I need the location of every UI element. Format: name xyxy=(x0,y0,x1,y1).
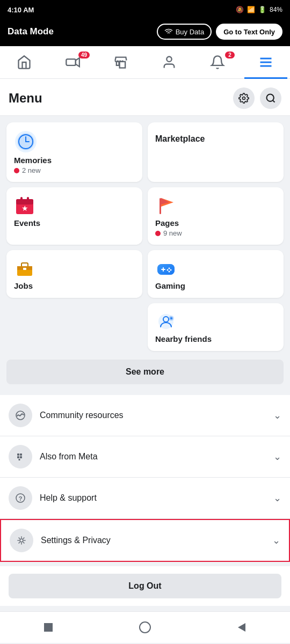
marketplace-title: Marketplace xyxy=(155,132,276,144)
status-right: 🔕 📶 🔋 84% xyxy=(236,6,282,13)
battery-percent: 84% xyxy=(270,6,282,13)
nav-circle-icon xyxy=(139,621,151,634)
menu-item-nearby[interactable]: Nearby friends xyxy=(148,303,284,351)
menu-item-events[interactable]: ★ Events xyxy=(6,187,142,245)
nav-bar: 49 2 xyxy=(0,46,290,79)
nav-marketplace[interactable] xyxy=(99,50,142,74)
bell-icon xyxy=(210,55,225,70)
memories-badge-text: 2 new xyxy=(22,166,41,174)
settings-icon-button[interactable] xyxy=(233,87,255,109)
section-item-meta[interactable]: Also from Meta ⌄ xyxy=(0,436,290,478)
meta-grid-icon xyxy=(13,450,27,464)
menu-item-pages[interactable]: Pages 9 new xyxy=(148,187,284,245)
jobs-icon xyxy=(14,258,135,281)
nav-square-icon xyxy=(42,621,54,633)
handshake-icon xyxy=(13,408,27,422)
svg-rect-29 xyxy=(161,269,165,270)
logout-section: Log Out xyxy=(0,566,290,606)
menu-title: Menu xyxy=(9,91,42,106)
svg-line-10 xyxy=(273,100,275,103)
svg-text:★: ★ xyxy=(21,204,28,213)
nav-active-indicator xyxy=(244,77,287,79)
svg-rect-43 xyxy=(17,456,19,458)
svg-rect-18 xyxy=(20,197,23,201)
svg-rect-0 xyxy=(66,59,75,65)
gear-icon xyxy=(238,93,249,104)
svg-text:?: ? xyxy=(19,495,23,502)
svg-rect-2 xyxy=(117,62,119,65)
notifications-badge: 2 xyxy=(225,52,235,58)
nav-notifications[interactable]: 2 xyxy=(196,50,239,74)
pages-badge-text: 9 new xyxy=(163,229,182,237)
text-only-button[interactable]: Go to Text Only xyxy=(216,24,282,40)
mute-icon: 🔕 xyxy=(236,6,244,13)
svg-rect-45 xyxy=(19,459,20,460)
sim-icon: 📶 xyxy=(247,6,255,13)
menu-header: Menu xyxy=(0,79,290,116)
svg-point-32 xyxy=(169,271,170,273)
events-title: Events xyxy=(14,218,135,228)
section-item-settings[interactable]: Settings & Privacy ⌄ xyxy=(0,519,290,562)
menu-item-jobs[interactable]: Jobs xyxy=(6,250,142,298)
menu-item-gaming[interactable]: Gaming xyxy=(148,250,284,298)
bottom-nav-back[interactable] xyxy=(234,619,250,635)
status-bar: 4:10 AM 🔕 📶 🔋 84% xyxy=(0,0,290,19)
memories-red-dot xyxy=(14,168,19,173)
memories-badge-row: 2 new xyxy=(14,166,135,174)
meta-icon-wrap xyxy=(9,445,32,469)
text-only-label: Go to Text Only xyxy=(223,28,275,36)
bottom-nav-square[interactable] xyxy=(40,619,56,635)
svg-point-31 xyxy=(170,269,172,271)
memories-title: Memories xyxy=(14,156,135,165)
svg-rect-3 xyxy=(120,62,126,68)
buy-data-button[interactable]: Buy Data xyxy=(157,24,212,40)
nearby-title: Nearby friends xyxy=(155,334,276,343)
section-item-help[interactable]: ? Help & support ⌄ xyxy=(0,478,290,519)
profile-icon xyxy=(162,55,177,70)
battery-icon: 🔋 xyxy=(258,6,266,13)
svg-point-49 xyxy=(15,533,28,547)
svg-marker-53 xyxy=(238,623,245,632)
community-icon-wrap xyxy=(9,404,32,427)
logout-button[interactable]: Log Out xyxy=(9,574,281,598)
events-icon: ★ xyxy=(14,195,135,218)
meta-label: Also from Meta xyxy=(40,452,273,462)
nav-video[interactable]: 49 xyxy=(51,50,94,74)
svg-rect-51 xyxy=(44,623,53,632)
svg-rect-25 xyxy=(23,268,26,270)
gaming-title: Gaming xyxy=(155,281,276,290)
marketplace-icon: Marketplace xyxy=(155,132,276,144)
home-icon xyxy=(17,55,32,70)
settings-label: Settings & Privacy xyxy=(41,536,272,545)
svg-point-8 xyxy=(243,97,245,100)
pages-title: Pages xyxy=(155,218,276,228)
meta-chevron: ⌄ xyxy=(273,451,281,463)
menu-item-memories[interactable]: Memories 2 new xyxy=(6,122,142,182)
settings-icon-wrap xyxy=(10,529,33,552)
search-icon xyxy=(265,93,276,104)
svg-marker-1 xyxy=(76,58,79,67)
settings-gear-icon xyxy=(15,533,28,547)
section-item-community[interactable]: Community resources ⌄ xyxy=(0,395,290,436)
jobs-title: Jobs xyxy=(14,281,135,290)
see-more-button[interactable]: See more xyxy=(6,360,284,384)
bottom-nav-circle[interactable] xyxy=(137,619,153,635)
search-icon-button[interactable] xyxy=(260,87,281,109)
nav-home[interactable] xyxy=(3,50,46,74)
nav-profile[interactable] xyxy=(148,50,191,74)
marketplace-nav-icon xyxy=(113,55,128,70)
svg-point-30 xyxy=(169,268,170,269)
community-label: Community resources xyxy=(40,411,273,420)
help-label: Help & support xyxy=(40,493,273,503)
menu-grid: Memories 2 new Marketplace ★ Events xyxy=(0,116,290,357)
section-list: Community resources ⌄ Also from Meta ⌄ ? xyxy=(0,395,290,562)
buy-data-label: Buy Data xyxy=(176,28,204,36)
menu-item-marketplace[interactable]: Marketplace xyxy=(148,122,284,182)
pages-badge-row: 9 new xyxy=(155,229,276,237)
nearby-icon xyxy=(155,311,276,334)
pages-red-dot xyxy=(155,231,161,236)
video-badge: 49 xyxy=(78,52,90,58)
svg-point-9 xyxy=(267,94,274,101)
nav-menu[interactable] xyxy=(244,50,287,74)
status-time: 4:10 AM xyxy=(8,6,34,14)
